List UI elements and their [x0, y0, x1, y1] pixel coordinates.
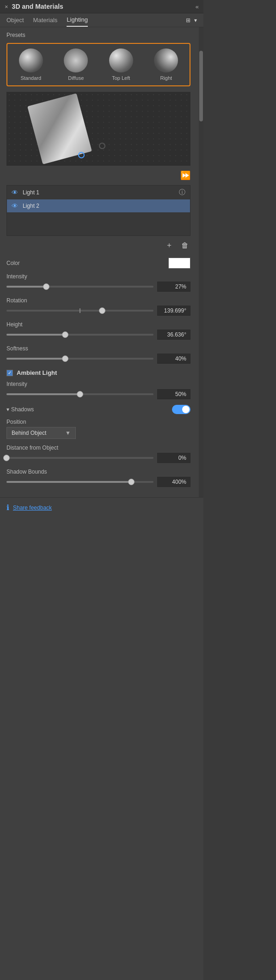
distance-label: Distance from Object: [6, 445, 190, 451]
chevron-down-icon[interactable]: ▾: [194, 17, 197, 24]
preset-sphere-right: [154, 48, 178, 72]
height-fill: [6, 334, 65, 336]
light-name-2: Light 2: [23, 203, 185, 209]
shadows-toggle[interactable]: [172, 405, 190, 414]
close-button[interactable]: ×: [5, 3, 8, 10]
shadow-bounds-track[interactable]: [6, 481, 153, 483]
title-bar: × 3D and Materials «: [0, 0, 203, 13]
height-section: Height 36.636°: [6, 321, 190, 340]
light-name-1: Light 1: [23, 189, 174, 196]
preset-topleft[interactable]: Top Left: [109, 48, 133, 81]
color-row: Color: [6, 258, 190, 269]
light-warning-icon-1: ⓘ: [179, 188, 185, 197]
ambient-label: Ambient Light: [17, 369, 57, 376]
preset-sphere-diffuse: [64, 48, 88, 72]
preset-label-standard: Standard: [20, 75, 41, 81]
add-light-button[interactable]: ＋: [164, 240, 175, 251]
preset-sphere-standard: [19, 48, 43, 72]
preset-label-right: Right: [160, 75, 172, 81]
light-row-2[interactable]: 👁 Light 2: [7, 199, 190, 212]
tab-lighting[interactable]: Lighting: [67, 16, 88, 27]
softness-slider-row: 40%: [6, 354, 190, 364]
toggle-knob: [182, 406, 190, 413]
intensity-slider-row: 27%: [6, 282, 190, 292]
presets-label: Presets: [6, 32, 190, 38]
rotation-section: Rotation 139.699°: [6, 297, 190, 316]
forward-arrows[interactable]: ⏩: [180, 170, 190, 180]
tab-object[interactable]: Object: [6, 17, 24, 26]
preset-standard[interactable]: Standard: [19, 48, 43, 81]
shadow-bounds-thumb[interactable]: [128, 479, 135, 485]
tabs-bar: Object Materials Lighting ⊞ ▾: [0, 13, 203, 27]
rotation-value: 139.699°: [157, 306, 190, 316]
light-eye-icon-1[interactable]: 👁: [12, 189, 18, 196]
grid-icon[interactable]: ⊞: [186, 17, 190, 24]
intensity-fill: [6, 286, 46, 288]
height-thumb[interactable]: [62, 331, 68, 338]
position-section: Position Behind Object ▼: [6, 419, 190, 439]
light-handle-blue[interactable]: [78, 152, 85, 158]
dropdown-arrow-icon: ▼: [65, 430, 71, 436]
shadows-label-text: Shadows: [11, 406, 34, 413]
panel: × 3D and Materials « Object Materials Li…: [0, 0, 203, 980]
ambient-checkbox[interactable]: ✓: [6, 370, 13, 376]
shadow-bounds-label: Shadow Bounds: [6, 469, 190, 475]
ambient-intensity-value: 50%: [157, 389, 190, 399]
softness-value: 40%: [157, 354, 190, 364]
preset-right[interactable]: Right: [154, 48, 178, 81]
preset-label-diffuse: Diffuse: [68, 75, 84, 81]
shadows-header-row: ▾ Shadows: [6, 405, 190, 414]
title-bar-left: × 3D and Materials: [5, 3, 63, 10]
light-row-1[interactable]: 👁 Light 1 ⓘ: [7, 186, 190, 199]
light-eye-icon-2[interactable]: 👁: [12, 202, 18, 210]
rotation-thumb[interactable]: [99, 307, 105, 314]
scrollbar[interactable]: [199, 27, 203, 497]
height-track[interactable]: [6, 334, 153, 336]
intensity-thumb[interactable]: [43, 283, 49, 290]
arrow-row: ⏩: [6, 170, 190, 180]
softness-track[interactable]: [6, 358, 153, 360]
preset-diffuse[interactable]: Diffuse: [64, 48, 88, 81]
rotation-slider-row: 139.699°: [6, 306, 190, 316]
preset-sphere-topleft: [109, 48, 133, 72]
color-label: Color: [6, 260, 43, 266]
rotation-center-mark: [80, 308, 80, 313]
light-list: 👁 Light 1 ⓘ 👁 Light 2: [6, 185, 190, 236]
light-preview[interactable]: [6, 92, 190, 166]
ambient-intensity-track[interactable]: [6, 393, 153, 395]
info-icon: ℹ: [6, 503, 9, 512]
chevron-icon: ▾: [6, 406, 9, 413]
intensity-label: Intensity: [6, 273, 190, 280]
distance-thumb[interactable]: [3, 455, 10, 461]
panel-title: 3D and Materials: [12, 3, 63, 10]
checkbox-check-icon: ✓: [8, 370, 12, 375]
tab-icons: ⊞ ▾: [186, 17, 197, 26]
light-handle-main[interactable]: [99, 143, 105, 149]
share-feedback-link[interactable]: Share feedback: [13, 505, 52, 511]
softness-fill: [6, 358, 65, 360]
softness-thumb[interactable]: [62, 355, 68, 362]
preset-label-topleft: Top Left: [112, 75, 130, 81]
scrollbar-thumb[interactable]: [199, 51, 203, 121]
height-value: 36.636°: [157, 330, 190, 340]
distance-track[interactable]: [6, 457, 153, 459]
softness-label: Softness: [6, 345, 190, 352]
rotation-label: Rotation: [6, 297, 190, 304]
height-slider-row: 36.636°: [6, 330, 190, 340]
ambient-intensity-thumb[interactable]: [77, 391, 83, 397]
softness-section: Softness 40%: [6, 345, 190, 364]
delete-light-button[interactable]: 🗑: [179, 240, 190, 251]
color-swatch[interactable]: [168, 258, 190, 269]
presets-container: Standard Diffuse Top Left Right: [6, 43, 190, 86]
ambient-header: ✓ Ambient Light: [6, 369, 190, 376]
ambient-intensity-slider-row: 50%: [6, 389, 190, 399]
height-label: Height: [6, 321, 190, 328]
intensity-track[interactable]: [6, 286, 153, 288]
collapse-button[interactable]: «: [196, 3, 199, 10]
feedback-row: ℹ Share feedback: [0, 497, 203, 517]
tab-materials[interactable]: Materials: [33, 17, 58, 26]
main-content: Presets Standard Diffuse Top Left Right: [0, 27, 197, 497]
position-dropdown[interactable]: Behind Object ▼: [6, 427, 76, 439]
rotation-track[interactable]: [6, 310, 153, 312]
shadow-bounds-slider-row: 400%: [6, 477, 190, 487]
